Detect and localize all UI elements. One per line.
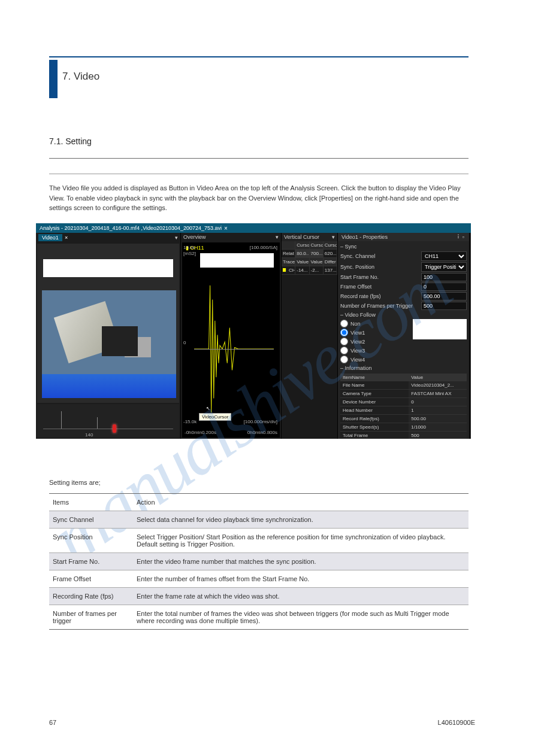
axis-zero: 0: [183, 340, 186, 345]
x-right-top: [100.000/SA]: [250, 245, 277, 250]
sync-channel-select[interactable]: CH11: [421, 251, 467, 261]
radio-view2[interactable]: [340, 338, 348, 345]
video-play-view[interactable]: [37, 244, 179, 403]
vertical-cursor-table: CursoCursoCurso Relat80.0...700....620..…: [282, 241, 337, 439]
video-cursor-tooltip: VideoCursor: [199, 413, 231, 421]
info-table: ItemNameValue File NameVideo20210304_2..…: [340, 374, 467, 439]
radio-view4[interactable]: [340, 356, 348, 363]
overview-tab[interactable]: Overview: [183, 234, 206, 240]
window-title: Analysis - 20210304_200418_416-00.mf4 ,V…: [40, 225, 222, 231]
caption-placeholder: [413, 319, 467, 339]
y-unit-label: [mS2]: [183, 251, 196, 256]
vertical-cursor-title: Vertical Cursor: [284, 234, 319, 240]
intro-paragraph: The Video file you added is displayed as…: [49, 183, 468, 213]
chevron-down-icon[interactable]: ▾: [332, 234, 335, 240]
radio-non[interactable]: [340, 320, 348, 327]
timeline-value: 140: [85, 432, 93, 438]
section-video-follow: – Video Follow: [340, 311, 467, 319]
x-right-label: 0h0min0.800s: [247, 430, 277, 435]
caption-placeholder: [43, 259, 173, 277]
settings-table: ItemsAction Sync ChannelSelect data chan…: [49, 493, 468, 630]
start-frame-input[interactable]: [421, 273, 467, 281]
section-heading: Video: [74, 71, 99, 82]
caption-placeholder: [200, 253, 274, 268]
page-number: 67: [49, 719, 56, 726]
label-start-frame: Start Frame No.: [340, 274, 421, 280]
section-number: 7.: [62, 71, 71, 82]
properties-title: Video1 - Properties: [341, 234, 388, 240]
radio-view3[interactable]: [340, 347, 348, 354]
params-intro: Setting items are;: [49, 479, 101, 486]
doc-id: L40610900E: [438, 719, 475, 726]
y-top-label: 15.0k: [183, 245, 195, 250]
close-icon[interactable]: ×: [224, 225, 228, 232]
radio-view1[interactable]: [340, 329, 348, 336]
label-sync-position: Sync. Position: [340, 264, 421, 270]
label-frames-per-trigger: Number of Frames per Trigger: [340, 303, 421, 309]
x-left-label: -0h0min0.200s: [185, 430, 216, 435]
label-sync-channel: Sync. Channel: [340, 253, 421, 259]
timeline-marker[interactable]: [113, 424, 116, 433]
close-icon[interactable]: ×: [65, 235, 68, 241]
label-frame-offset: Frame Offset: [340, 284, 421, 290]
frames-per-trigger-input[interactable]: [421, 302, 467, 310]
chevron-down-icon[interactable]: ▾: [276, 234, 279, 240]
y-bottom-label: -15.0k: [183, 419, 197, 424]
panel-menu-icon[interactable]: ⠇▫: [457, 234, 466, 240]
subsection-number: 7.1.: [49, 136, 63, 146]
overview-window[interactable]: ▮ CH11 15.0k [mS2] [100.000/SA] -15.0k […: [182, 242, 280, 438]
sync-position-select[interactable]: Trigger Position: [421, 262, 467, 272]
video-frame-image: [42, 290, 176, 398]
app-window: Analysis - 20210304_200418_416-00.mf4 ,V…: [36, 223, 471, 439]
x-right-bottom: [100.000ms/div]: [244, 419, 277, 424]
frame-offset-input[interactable]: [421, 283, 467, 291]
label-record-rate: Record rate (fps): [340, 293, 421, 299]
section-information: – Information: [340, 364, 467, 372]
window-titlebar: Analysis - 20210304_200418_416-00.mf4 ,V…: [36, 223, 471, 233]
waveform: [194, 278, 274, 420]
chevron-down-icon[interactable]: ▾: [175, 235, 178, 241]
video-timeline[interactable]: 140: [37, 404, 179, 438]
record-rate-input[interactable]: [421, 292, 467, 300]
subsection-heading: Setting: [65, 136, 92, 146]
section-sync: – Sync: [340, 242, 467, 251]
video-tab[interactable]: Video1: [38, 234, 62, 241]
